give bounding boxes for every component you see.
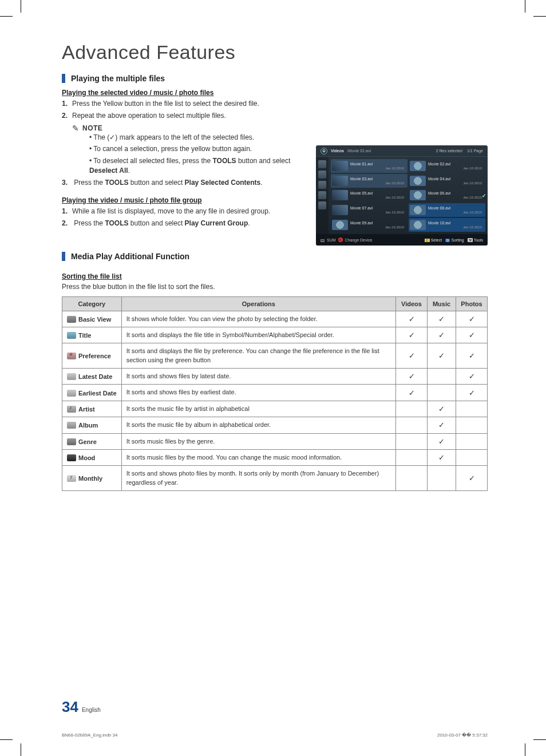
- cell-videos: [396, 401, 428, 417]
- table-row: MoodIt sorts music files by the mood. Yo…: [62, 450, 488, 466]
- gstep2-c: .: [248, 219, 250, 227]
- sidebar-icon: [318, 171, 326, 179]
- note-bullet-2: To cancel a selection, press the yellow …: [89, 144, 302, 154]
- device-icon: 🖴: [321, 238, 325, 242]
- tools-hint: ⚒Tools: [468, 238, 483, 242]
- category-icon: [67, 332, 76, 339]
- bullet3-deselect: Deselect All: [89, 167, 128, 175]
- cell-category: Artist: [62, 401, 122, 417]
- file-name: Movie 08.avi: [428, 206, 484, 210]
- cell-music: ✓: [428, 311, 456, 327]
- cell-photos: ✓: [456, 311, 488, 327]
- tv-path: /Movie 01.avi: [347, 149, 371, 153]
- file-name: Movie 01.avi: [350, 162, 406, 166]
- file-name: Movie 05.avi: [350, 191, 406, 195]
- file-thumb-icon: [410, 220, 426, 230]
- cell-videos: [396, 450, 428, 466]
- category-label: Earliest Date: [78, 390, 117, 397]
- cell-photos: [456, 450, 488, 466]
- cell-category: Album: [62, 417, 122, 433]
- sidebar-icon: [318, 201, 326, 209]
- subhead-file-group: Playing the video / music / photo file g…: [62, 196, 302, 204]
- step-1: 1.Press the Yellow button in the file li…: [62, 99, 302, 109]
- sorting-intro-text: Press the blue button in the file list t…: [62, 283, 488, 291]
- cell-videos: [396, 466, 428, 491]
- cell-music: ✓: [428, 327, 456, 343]
- tools-label: Tools: [474, 238, 483, 242]
- file-thumb-icon: [332, 176, 348, 186]
- tv-page-indicator: 1/1 Page: [467, 149, 483, 153]
- th-videos: Videos: [396, 296, 428, 311]
- file-name: Movie 07.avi: [350, 206, 406, 210]
- tv-file-cell: Movie 05.aviJan.10.2010: [331, 189, 407, 203]
- tv-file-cell: Movie 04.aviJan.10.2010: [409, 174, 485, 188]
- check-icon: ✓: [109, 133, 115, 141]
- step-3: 3. Press the TOOLS button and select Pla…: [62, 178, 302, 188]
- table-row: MonthlyIt sorts and shows photo files by…: [62, 466, 488, 491]
- section-media-play-additional: Media Play Additional Function: [62, 252, 488, 261]
- check-icon: ✓: [482, 193, 486, 199]
- file-thumb-icon: [410, 161, 426, 171]
- section-heading-2: Media Play Additional Function: [71, 252, 189, 261]
- group-step1-text: While a file list is displayed, move to …: [72, 207, 270, 215]
- cell-category: Preference: [62, 343, 122, 369]
- cell-operation: It sorts and shows photo files by month.…: [121, 466, 395, 491]
- file-date: Jan.10.2010: [350, 225, 406, 229]
- file-thumb-icon: [332, 205, 348, 215]
- cell-music: [428, 385, 456, 401]
- category-label: Mood: [78, 454, 95, 461]
- file-name: Movie 04.avi: [428, 177, 484, 181]
- category-icon: [67, 406, 76, 413]
- sidebar-icon: [318, 181, 326, 189]
- group-step-2: 2. Press the TOOLS button and select Pla…: [62, 219, 302, 228]
- page-number: 34: [62, 698, 78, 716]
- cell-category: Genre: [62, 433, 122, 449]
- tv-file-cell: ✓Movie 03.aviJan.10.2010: [331, 174, 407, 188]
- sorting-label: Sorting: [451, 238, 464, 242]
- bullet3-c: .: [128, 167, 130, 175]
- cell-music: ✓: [428, 417, 456, 433]
- cell-category: Basic View: [62, 311, 122, 327]
- cell-operation: It sorts and shows files by latest date.: [121, 369, 395, 385]
- select-hint: CSelect: [425, 238, 442, 242]
- th-operations: Operations: [121, 296, 395, 311]
- cell-category: Mood: [62, 450, 122, 466]
- sorting-table: Category Operations Videos Music Photos …: [62, 296, 488, 492]
- tv-videos-label: Videos: [331, 149, 344, 153]
- category-label: Title: [78, 332, 91, 339]
- table-row: Earliest DateIt sorts and shows files by…: [62, 385, 488, 401]
- cell-operation: It sorts and displays the file by prefer…: [121, 343, 395, 369]
- cell-photos: [456, 401, 488, 417]
- tv-file-cell: Movie 02.aviJan.10.2010: [409, 159, 485, 173]
- cell-operation: It shows whole folder. You can view the …: [121, 311, 395, 327]
- file-thumb-icon: [332, 190, 348, 200]
- note-bullet-3: To deselect all selected files, press th…: [89, 156, 302, 176]
- cell-photos: ✓: [456, 466, 488, 491]
- file-date: Jan.10.2010: [428, 181, 484, 185]
- yellow-key-icon: C: [425, 239, 429, 242]
- change-device-label: Change Device: [345, 238, 373, 242]
- sidebar-icon: [318, 160, 326, 168]
- table-row: PreferenceIt sorts and displays the file…: [62, 343, 488, 369]
- group-step-1: 1.While a file list is displayed, move t…: [62, 207, 302, 216]
- cell-category: Earliest Date: [62, 385, 122, 401]
- file-name: Movie 03.avi: [350, 177, 406, 181]
- cell-videos: ✓: [396, 385, 428, 401]
- cell-videos: ✓: [396, 311, 428, 327]
- file-thumb-icon: [410, 190, 426, 200]
- cell-videos: ✓: [396, 343, 428, 369]
- print-timestamp: 2010-03-07 �� 5:37:32: [437, 733, 488, 738]
- red-button-icon: A: [338, 238, 343, 242]
- cell-music: ✓: [428, 401, 456, 417]
- cell-photos: ✓: [456, 369, 488, 385]
- th-category: Category: [62, 296, 122, 311]
- tv-file-cell: Movie 06.aviJan.10.2010: [409, 189, 485, 203]
- tv-file-cell: ✓Movie 01.aviJan.10.2010: [331, 159, 407, 173]
- file-name: Movie 09.avi: [350, 221, 406, 225]
- file-date: Jan.10.2010: [350, 211, 406, 214]
- file-thumb-icon: [410, 205, 426, 215]
- blue-key-icon: D: [445, 239, 450, 242]
- file-date: Jan.10.2010: [350, 181, 406, 185]
- file-thumb-icon: [410, 176, 426, 186]
- cell-category: Latest Date: [62, 369, 122, 385]
